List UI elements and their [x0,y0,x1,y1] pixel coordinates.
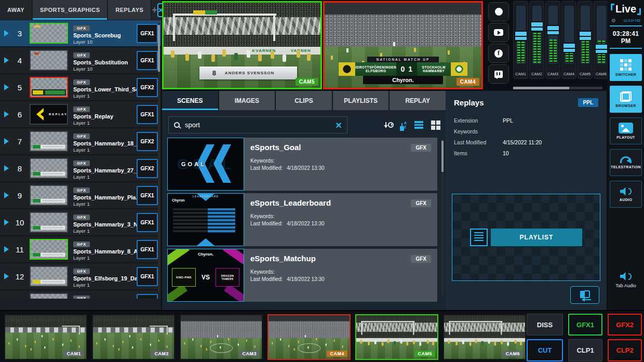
gfx1-button[interactable]: GFX1 [568,314,602,336]
tab-images[interactable]: IMAGES [219,91,276,110]
asset-list-scrollbar[interactable] [441,139,444,294]
play-icon[interactable] [4,138,12,144]
output-assign-button[interactable]: GFX1 [137,105,158,124]
mixer-scrollbar[interactable] [513,87,602,89]
asset-row[interactable]: LEADERBOARD Chyron eSports_Leaderboard G… [167,193,437,246]
program-monitor[interactable]: NATIONAL MATCH UP IDROTTSFÖRENINGEN ELFS… [323,1,483,89]
scene-thumbnail[interactable] [30,158,68,179]
tab-audio-toggle[interactable]: Tab Audio [608,272,644,288]
asset-thumbnail[interactable]: LEADERBOARD Chyron [167,193,244,246]
fader-handle[interactable] [579,31,592,41]
play-icon[interactable] [4,84,12,90]
scene-row[interactable]: 10 GFX Sports_Hammarby_3_N... Layer 1 GF… [0,209,161,235]
scene-row[interactable]: 8 GFX Sports_Hammarby_27_... Layer 1 GFX… [0,155,161,181]
scene-thumbnail[interactable] [30,266,68,287]
cut-button[interactable]: CUT [527,339,563,361]
fader-handle[interactable] [562,43,576,53]
send-to-playout-button[interactable] [570,286,599,304]
output-assign-button[interactable]: GFX1 [137,294,158,299]
fader-handle[interactable] [595,44,608,54]
facebook-button[interactable]: f [488,44,509,63]
sort-recent-icon[interactable] [385,122,394,128]
nav-audio-button[interactable]: AUDIO [610,181,642,208]
scene-thumbnail[interactable] [30,185,68,206]
nav-telestration-button[interactable]: TELESTRATION [610,149,642,176]
gear-icon[interactable]: ⚙ [611,18,616,23]
youtube-button[interactable] [488,23,509,42]
clp2-button[interactable]: CLP2 [608,339,642,361]
asset-row[interactable]: Chyron. KING-PINS VS DRAGON TAMERS eSpor… [167,249,437,302]
scene-thumbnail[interactable]: REPLAY [30,104,68,125]
camera-thumb-cam1[interactable]: CAM1 [4,314,87,360]
output-assign-button[interactable]: GFX2 [137,159,158,178]
output-assign-button[interactable]: GFX1 [137,51,158,70]
clear-search-icon[interactable]: × [336,120,342,130]
scrollbar-thumb[interactable] [441,141,444,172]
scene-row[interactable]: 9 GFX Sports_Hammarby_Pla... Layer 1 GFX… [0,182,161,208]
camera-thumb-cam4[interactable]: CAM4 [267,314,351,360]
scene-thumbnail[interactable] [30,50,68,71]
play-icon[interactable] [4,57,12,63]
scene-row[interactable]: 4 GFX Sports_Substitution Layer 10 GFX1 [0,47,161,73]
search-box[interactable]: × [168,116,347,133]
nav-switcher-button[interactable]: SWITCHER [610,54,642,81]
search-input[interactable] [185,121,336,129]
scene-thumbnail[interactable] [30,239,68,260]
asset-row[interactable]: GOAL GOAL eSports_Goal GFX Keywords: Las… [167,138,437,191]
record-button[interactable] [488,2,509,21]
nav-playout-button[interactable]: PLAYOUT [610,117,642,144]
scene-thumbnail[interactable] [30,23,68,44]
output-assign-button[interactable]: GFX1 [137,24,158,43]
asset-thumbnail[interactable]: Chyron. KING-PINS VS DRAGON TAMERS [167,249,244,302]
scene-thumbnail[interactable] [30,77,68,98]
nav-browser-button[interactable]: BROWSER [610,86,642,113]
output-assign-button[interactable]: GFX1 [137,186,158,205]
tab-sports-graphics[interactable]: SPORTS_GRAPHICS [33,0,108,20]
preview-monitor[interactable]: KVARNEN VARNEN 8 ANDERS SVENSSON CAM5 [162,1,322,89]
add-tab-button[interactable]: + [152,0,157,20]
scene-thumbnail[interactable] [30,131,68,152]
play-icon[interactable] [4,30,12,36]
output-assign-button[interactable]: GFX2 [137,132,158,151]
output-assign-button[interactable]: GFX1 [137,213,158,232]
tab-replay[interactable]: REPLAY [390,91,446,110]
gfx2-button[interactable]: GFX2 [608,314,642,336]
tab-clips[interactable]: CLIPS [276,91,333,110]
output-assign-button[interactable]: GFX2 [137,78,158,97]
scene-row[interactable]: 6 REPLAY GFX Sports_Replay Layer 1 GFX1 [0,101,161,127]
scene-row[interactable]: 13 GFX Sports_Elfsborg_Pla... Layer 1 GF… [0,290,161,299]
clp1-button[interactable]: CLP1 [568,339,602,361]
scene-row[interactable]: 5 GFX Sports_Lower_Third_Sc... Layer 1 G… [0,74,161,100]
play-icon[interactable] [4,219,12,225]
scene-row[interactable]: 11 GFX Sports_Hammarby_8_A... Layer 1 GF… [0,236,161,262]
scene-row[interactable]: 7 GFX Sports_Hammarby_18_... Layer 1 GFX… [0,128,161,154]
play-icon[interactable] [4,165,12,171]
scrollbar-thumb[interactable] [158,25,160,72]
list-view-icon[interactable] [414,121,423,129]
camera-thumb-cam6[interactable]: CAM6 [443,314,526,360]
scene-row[interactable]: 3 GFX Sports_Scorebug Layer 10 GFX1 [0,20,161,46]
fader-handle[interactable] [514,31,528,41]
tab-scenes[interactable]: SCENES [162,91,219,110]
scene-thumbnail[interactable] [30,293,68,299]
twitch-button[interactable] [488,64,509,84]
camera-thumb-cam3[interactable]: CAM3 [180,314,263,360]
fader-handle[interactable] [530,21,544,32]
output-assign-button[interactable]: GFX1 [137,240,158,259]
play-icon[interactable] [4,111,12,117]
scene-list-scrollbar[interactable] [158,23,160,293]
play-icon[interactable] [4,192,12,198]
asset-thumbnail[interactable]: GOAL GOAL [167,138,244,191]
output-assign-button[interactable]: GFX1 [137,267,158,286]
dissolve-button[interactable]: DISS [527,314,563,336]
camera-thumb-cam5[interactable]: CAM5 [355,314,438,360]
playlist-button[interactable]: PLAYLIST [491,229,582,246]
tab-playlists[interactable]: PLAYLISTS [333,91,390,110]
fader-handle[interactable] [546,25,560,35]
play-icon[interactable] [4,246,12,252]
grid-view-icon[interactable] [431,120,440,130]
scene-thumbnail[interactable] [30,212,68,233]
sort-alpha-icon[interactable]: AZ [401,121,407,129]
camera-thumb-cam2[interactable]: CAM2 [92,314,175,360]
tab-away[interactable]: AWAY [0,0,33,20]
